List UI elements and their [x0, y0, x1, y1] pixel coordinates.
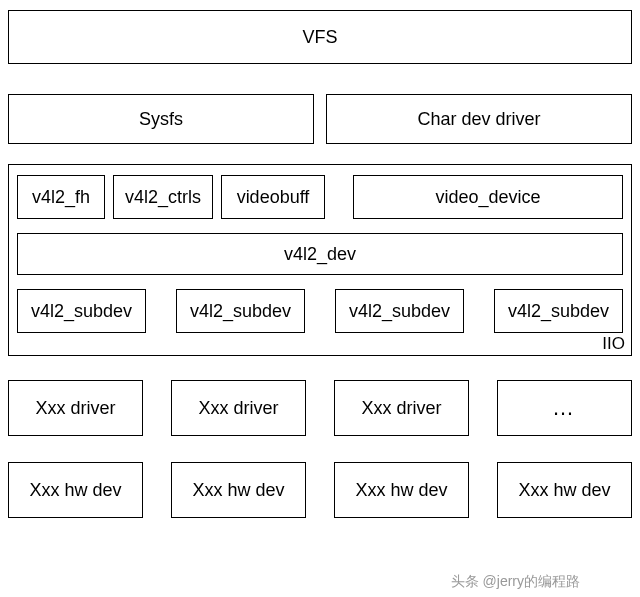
hw-dev-box: Xxx hw dev — [8, 462, 143, 518]
hw-dev-label: Xxx hw dev — [192, 480, 284, 501]
v4l2-subdev-box: v4l2_subdev — [17, 289, 146, 333]
videobuff-label: videobuff — [237, 187, 310, 208]
v4l2-subdev-label: v4l2_subdev — [349, 301, 450, 322]
driver-row: Xxx driver Xxx driver Xxx driver … — [8, 380, 632, 436]
driver-box: Xxx driver — [8, 380, 143, 436]
v4l2-dev-box: v4l2_dev — [17, 233, 623, 275]
v4l2-subdev-label: v4l2_subdev — [508, 301, 609, 322]
videobuff-box: videobuff — [221, 175, 325, 219]
driver-label: Xxx driver — [35, 398, 115, 419]
v4l2-subdev-box: v4l2_subdev — [176, 289, 305, 333]
vfs-label: VFS — [302, 27, 337, 48]
chardev-label: Char dev driver — [417, 109, 540, 130]
driver-box: Xxx driver — [171, 380, 306, 436]
driver-ellipsis-box: … — [497, 380, 632, 436]
driver-box: Xxx driver — [334, 380, 469, 436]
video-device-box: video_device — [353, 175, 623, 219]
sysfs-label: Sysfs — [139, 109, 183, 130]
hw-dev-box: Xxx hw dev — [171, 462, 306, 518]
sysfs-box: Sysfs — [8, 94, 314, 144]
v4l2-fh-label: v4l2_fh — [32, 187, 90, 208]
hw-dev-label: Xxx hw dev — [355, 480, 447, 501]
v4l2-ctrls-label: v4l2_ctrls — [125, 187, 201, 208]
hw-dev-box: Xxx hw dev — [497, 462, 632, 518]
v4l2-fh-box: v4l2_fh — [17, 175, 105, 219]
v4l2-ctrls-box: v4l2_ctrls — [113, 175, 213, 219]
iio-label: IIO — [602, 334, 625, 354]
v4l2-subdev-label: v4l2_subdev — [190, 301, 291, 322]
v4l2-subdev-box: v4l2_subdev — [335, 289, 464, 333]
v4l2-subdev-box: v4l2_subdev — [494, 289, 623, 333]
ellipsis-label: … — [552, 395, 577, 421]
driver-label: Xxx driver — [361, 398, 441, 419]
video-device-label: video_device — [435, 187, 540, 208]
v4l2-subdev-label: v4l2_subdev — [31, 301, 132, 322]
hw-dev-label: Xxx hw dev — [29, 480, 121, 501]
hw-dev-label: Xxx hw dev — [518, 480, 610, 501]
iio-container: v4l2_fh v4l2_ctrls videobuff video_devic… — [8, 164, 632, 356]
driver-label: Xxx driver — [198, 398, 278, 419]
chardev-box: Char dev driver — [326, 94, 632, 144]
v4l2-top-row: v4l2_fh v4l2_ctrls videobuff video_devic… — [17, 175, 623, 219]
middleware-layer: Sysfs Char dev driver — [8, 94, 632, 144]
vfs-layer: VFS — [8, 10, 632, 64]
v4l2-subdev-row: v4l2_subdev v4l2_subdev v4l2_subdev v4l2… — [17, 289, 623, 333]
hw-dev-box: Xxx hw dev — [334, 462, 469, 518]
hw-row: Xxx hw dev Xxx hw dev Xxx hw dev Xxx hw … — [8, 462, 632, 518]
v4l2-dev-label: v4l2_dev — [284, 244, 356, 265]
watermark: 头条 @jerry的编程路 — [451, 573, 580, 591]
